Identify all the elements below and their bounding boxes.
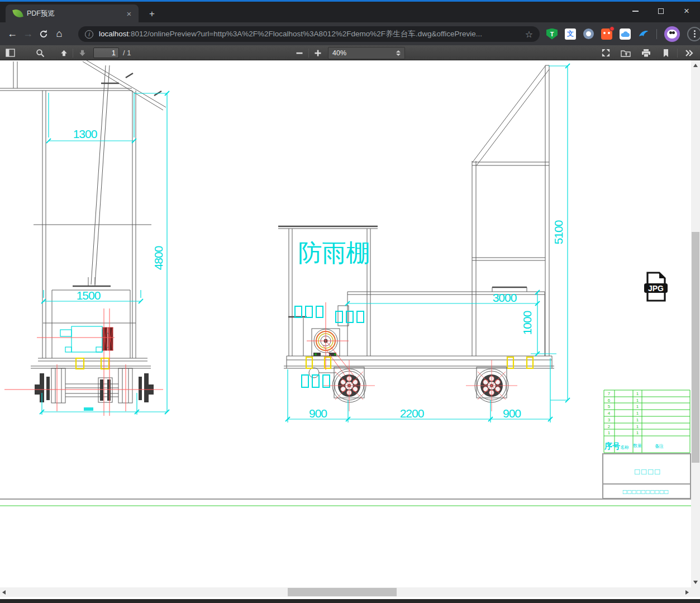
minus-icon: [296, 49, 303, 57]
back-button[interactable]: ←: [4, 26, 20, 42]
search-button[interactable]: [34, 46, 47, 60]
row-no: 7: [608, 391, 611, 396]
reload-icon: [39, 29, 49, 39]
sidebar-toggle-button[interactable]: [3, 46, 17, 60]
row-qty: 1: [636, 417, 639, 422]
export-jpg-button[interactable]: JPG: [642, 272, 670, 302]
row-qty: 1: [636, 391, 639, 396]
row-no: 2: [608, 424, 611, 429]
dim-axle-right: 900: [503, 407, 521, 420]
secondary-toolbar-toggle[interactable]: [682, 46, 696, 60]
presentation-mode-button[interactable]: [599, 46, 612, 60]
printer-icon: [641, 49, 651, 58]
home-button[interactable]: ⌂: [51, 26, 67, 42]
row-qty: 1: [636, 411, 639, 416]
row-qty: 1: [636, 398, 639, 403]
page-number-input[interactable]: [93, 48, 119, 58]
horizontal-scrollbar[interactable]: [0, 587, 691, 597]
url-host: localhost: [99, 30, 128, 38]
row-no: 4: [608, 411, 611, 416]
zoom-level-value: 40%: [332, 49, 396, 57]
jpg-label: JPG: [648, 284, 664, 293]
header-name: 名称: [620, 445, 629, 450]
robot-extension-icon[interactable]: [601, 29, 612, 40]
notification-badge: [609, 26, 615, 31]
bookmark-button[interactable]: [659, 46, 673, 60]
profile-avatar[interactable]: [664, 26, 680, 42]
row-no: 5: [608, 404, 611, 409]
folder-open-icon: [621, 49, 631, 57]
window-minimize-button[interactable]: [622, 2, 648, 21]
horizontal-scrollbar-thumb[interactable]: [288, 588, 397, 596]
window-maximize-button[interactable]: [648, 2, 674, 21]
maximize-icon: [658, 8, 664, 14]
row-qty: 1: [636, 430, 639, 435]
robot-eyes: [603, 32, 606, 34]
extensions-bar: T 文: [546, 22, 700, 45]
forward-button[interactable]: →: [20, 26, 36, 42]
panda-face-icon: [667, 30, 677, 39]
scroll-right-arrow-icon[interactable]: [685, 590, 689, 595]
row-qty: 1: [636, 404, 639, 409]
previous-page-button[interactable]: [57, 46, 70, 60]
scroll-left-arrow-icon[interactable]: [2, 590, 6, 595]
window-close-button[interactable]: ×: [674, 2, 699, 21]
open-file-button[interactable]: [619, 46, 632, 60]
pdf-toolbar: / 1 40%: [0, 45, 700, 60]
page-count-label: / 1: [123, 49, 131, 57]
zoom-level-select[interactable]: 40%: [328, 47, 405, 59]
bookmark-ribbon-icon: [662, 49, 670, 58]
scroll-down-arrow-icon[interactable]: [693, 581, 698, 584]
zoom-out-button[interactable]: [293, 46, 306, 60]
drawing-footer-placeholder: □□□□□□□□□□: [623, 488, 669, 496]
dim-side-total-height: 5100: [552, 220, 565, 244]
drawing-title-placeholder: □□□□: [635, 467, 661, 476]
dim-front-top-width: 1300: [73, 127, 97, 140]
ring-extension-icon[interactable]: [583, 29, 594, 39]
double-chevron-right-icon: [684, 49, 693, 57]
three-dots-icon: [694, 33, 696, 35]
yellow-mount-left: [76, 358, 84, 369]
new-tab-button[interactable]: +: [145, 7, 159, 21]
browser-tab[interactable]: PDF预览 ×: [6, 4, 139, 22]
vertical-scrollbar-thumb[interactable]: [692, 232, 699, 463]
url-bar[interactable]: i localhost:8012/onlinePreview?url=http%…: [78, 26, 540, 42]
scroll-up-arrow-icon[interactable]: [693, 64, 698, 67]
reload-button[interactable]: [36, 26, 51, 42]
bird-extension-icon[interactable]: [638, 29, 649, 40]
site-info-icon[interactable]: i: [85, 30, 93, 39]
print-button[interactable]: [639, 46, 653, 60]
wheel-right: [466, 360, 517, 411]
tab-close-icon[interactable]: ×: [124, 9, 134, 18]
tampermonkey-extension-icon[interactable]: T: [546, 29, 558, 40]
jpg-file-icon: JPG: [642, 272, 670, 302]
cloud-extension-icon[interactable]: [620, 29, 631, 40]
bookmark-star-icon[interactable]: ☆: [525, 29, 533, 40]
fullscreen-icon: [601, 48, 611, 58]
bird-icon: [639, 30, 649, 39]
dim-front-cabin-width: 1500: [77, 289, 101, 302]
vertical-scrollbar[interactable]: [691, 60, 700, 587]
browser-menu-button[interactable]: [687, 27, 700, 41]
dim-tank-width: 3000: [493, 291, 517, 304]
row-no: 3: [608, 417, 611, 422]
url-text[interactable]: localhost:8012/onlinePreview?url=http%3A…: [99, 29, 521, 39]
sidebar-toggle-icon: [6, 49, 15, 57]
translate-extension-icon[interactable]: 文: [565, 29, 576, 40]
title-block: 7 1 6 1 5 1 4 1 3 1 2 1 1 1 序号 名称 数量: [603, 390, 691, 498]
canopy-label: 防雨棚: [298, 239, 370, 266]
row-no: 6: [608, 398, 611, 403]
minimize-icon: [632, 11, 639, 12]
dim-axle-left: 900: [309, 407, 327, 420]
arrow-up-icon: [60, 49, 68, 57]
spring-leaf-favicon-icon: [12, 8, 23, 19]
yellow-mount-right: [101, 358, 109, 369]
tab-strip: PDF预览 × + ×: [0, 2, 700, 22]
scrollbar-corner: [691, 587, 700, 597]
tab-title: PDF预览: [27, 9, 124, 18]
header-note: 备注: [655, 444, 664, 449]
motor-front: [60, 326, 113, 352]
window-bottom-edge: [0, 599, 700, 603]
zoom-in-button[interactable]: [311, 46, 325, 60]
next-page-button[interactable]: [75, 46, 89, 60]
